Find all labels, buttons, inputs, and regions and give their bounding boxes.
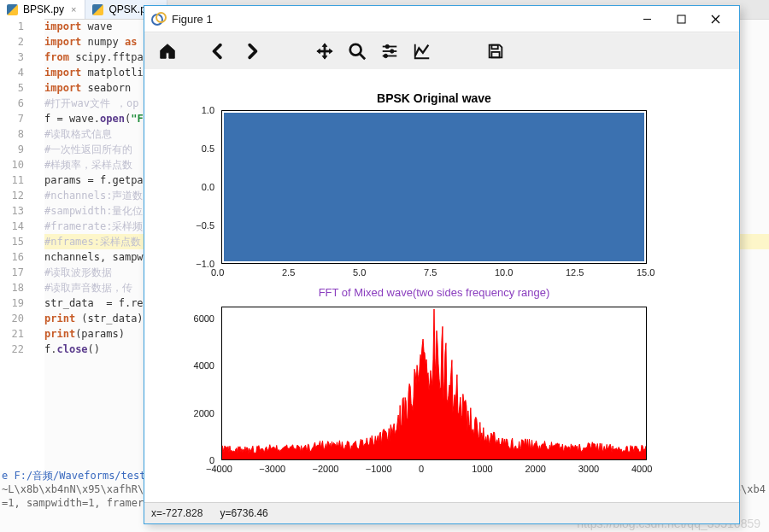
ytick: −1.0 (180, 259, 214, 269)
xtick: −4000 (206, 464, 232, 474)
status-y: y=6736.46 (220, 507, 267, 519)
xtick: 7.5 (424, 267, 437, 278)
edit-axes-icon[interactable] (406, 37, 438, 66)
figure-toolbar (144, 32, 739, 70)
ytick: 0.0 (180, 182, 214, 192)
figure-canvas[interactable]: BPSK Original wave 1.00.50.0−0.5−1.00.02… (144, 69, 739, 503)
waveform-fill (224, 113, 644, 261)
svg-point-7 (385, 44, 389, 48)
figure-window: Figure 1 (144, 5, 740, 524)
ytick: 1.0 (180, 105, 214, 115)
plot-bpsk: BPSK Original wave 1.00.50.0−0.5−1.00.02… (221, 110, 647, 264)
xtick: 4000 (631, 464, 652, 474)
fold-gutter (31, 19, 44, 471)
matplotlib-icon (151, 12, 165, 26)
plot-fft: 6000400020000−4000−3000−2000−10000100020… (221, 307, 647, 460)
xtick: 10.0 (495, 267, 513, 278)
save-icon[interactable] (479, 37, 512, 66)
svg-rect-1 (678, 15, 685, 23)
plot2-axes (221, 307, 647, 460)
xtick: 5.0 (353, 267, 366, 278)
maximize-button[interactable] (664, 6, 698, 32)
svg-point-11 (384, 54, 387, 57)
xtick: 2.5 (282, 267, 295, 278)
home-icon[interactable] (151, 37, 184, 66)
window-title: Figure 1 (172, 13, 213, 26)
ytick: 2000 (180, 408, 214, 418)
svg-rect-13 (491, 52, 499, 57)
xtick: 3000 (578, 464, 599, 474)
back-icon[interactable] (203, 37, 235, 66)
python-icon (7, 4, 18, 15)
xtick: −3000 (259, 464, 285, 474)
xtick: 12.5 (566, 267, 584, 278)
xtick: −1000 (366, 464, 392, 474)
status-x: x=-727.828 (151, 507, 203, 519)
ytick: 6000 (180, 313, 214, 324)
xtick: 15.0 (637, 267, 655, 278)
pan-icon[interactable] (308, 37, 341, 66)
close-button[interactable] (698, 6, 732, 32)
tab-label: QPSK.p (109, 3, 145, 15)
configure-subplots-icon[interactable] (373, 37, 406, 66)
xtick: 0 (419, 464, 424, 474)
figure-statusbar: x=-727.828 y=6736.46 (144, 502, 739, 523)
svg-point-9 (390, 50, 394, 53)
minimize-button[interactable] (630, 6, 664, 32)
python-icon (92, 4, 103, 15)
svg-line-5 (360, 54, 365, 59)
ytick: −0.5 (180, 220, 214, 231)
forward-icon[interactable] (235, 37, 267, 66)
xtick: 2000 (525, 464, 546, 474)
window-titlebar[interactable]: Figure 1 (144, 6, 739, 32)
close-icon[interactable]: × (69, 4, 78, 15)
svg-rect-12 (491, 45, 497, 50)
ytick: 0.5 (180, 143, 214, 154)
tab-label: BPSK.py (23, 3, 64, 15)
zoom-icon[interactable] (341, 37, 373, 66)
plot1-title: BPSK Original wave (221, 91, 647, 105)
ytick: 4000 (180, 360, 214, 371)
plot2-title: FFT of Mixed wave(two sides frequency ra… (221, 286, 647, 299)
xtick: −2000 (313, 464, 339, 474)
svg-point-4 (350, 44, 361, 56)
line-number-gutter: 12345678910111213141516171819202122 (0, 19, 31, 471)
xtick: 0.0 (211, 267, 224, 278)
tab-bpsk[interactable]: BPSK.py × (0, 0, 85, 19)
plot1-axes (221, 110, 647, 264)
xtick: 1000 (472, 464, 492, 474)
